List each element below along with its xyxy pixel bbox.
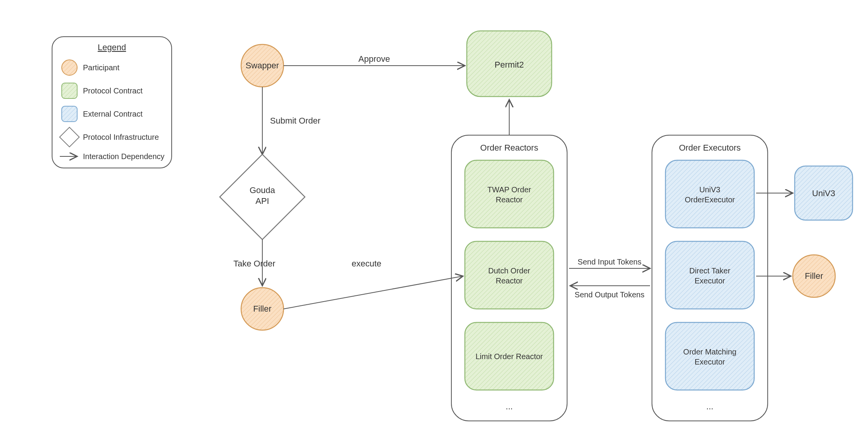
permit2-node: Permit2: [467, 31, 552, 97]
architecture-diagram: Legend Participant Protocol Contract Ext…: [0, 0, 868, 446]
order-executors-group: Order Executors UniV3 OrderExecutor Dire…: [652, 135, 768, 421]
svg-text:Direct Taker: Direct Taker: [689, 266, 731, 275]
execute-edge: [284, 276, 463, 309]
legend-title: Legend: [98, 42, 126, 52]
matching-executor-node: [665, 322, 754, 390]
univ3-executor-node: [665, 160, 754, 228]
send-output-label: Send Output Tokens: [575, 290, 645, 299]
svg-rect-6: [52, 37, 172, 168]
executors-ellipsis: ...: [706, 402, 713, 411]
svg-text:Executor: Executor: [695, 276, 725, 285]
svg-text:Reactor: Reactor: [496, 195, 523, 204]
legend-external-label: External Contract: [83, 110, 143, 118]
filler2-node: Filler: [793, 255, 835, 297]
legend-arrow-label: Interaction Dependency: [83, 152, 164, 161]
svg-text:Swapper: Swapper: [246, 61, 279, 70]
order-reactors-group: Order Reactors TWAP Order Reactor Dutch …: [451, 135, 567, 421]
svg-text:Filler: Filler: [253, 304, 272, 314]
svg-text:Permit2: Permit2: [495, 60, 524, 70]
legend-participant-label: Participant: [83, 63, 120, 72]
twap-reactor-node: [465, 160, 554, 228]
svg-text:UniV3: UniV3: [812, 188, 835, 198]
approve-label: Approve: [358, 54, 390, 64]
svg-text:TWAP Order: TWAP Order: [487, 185, 531, 194]
svg-text:OrderExecutor: OrderExecutor: [685, 195, 735, 204]
svg-text:Reactor: Reactor: [496, 276, 523, 285]
order-reactors-title: Order Reactors: [480, 143, 538, 153]
svg-text:Gouda: Gouda: [250, 185, 275, 195]
legend-protocol-icon: [62, 83, 77, 98]
legend-protocol-label: Protocol Contract: [83, 86, 143, 95]
take-order-label: Take Order: [233, 259, 275, 268]
gouda-api-node: Gouda API: [220, 154, 305, 240]
univ3-node: UniV3: [795, 166, 853, 220]
legend-participant-icon: [62, 60, 77, 75]
svg-text:Filler: Filler: [805, 271, 823, 281]
execute-label: execute: [351, 259, 381, 268]
dutch-reactor-node: [465, 241, 554, 309]
reactors-ellipsis: ...: [506, 402, 513, 411]
svg-text:Dutch Order: Dutch Order: [488, 266, 530, 275]
svg-text:Order Matching: Order Matching: [683, 348, 736, 356]
order-executors-title: Order Executors: [679, 143, 741, 153]
filler-node: Filler: [241, 288, 284, 330]
svg-text:API: API: [255, 196, 269, 206]
legend-box: Legend Participant Protocol Contract Ext…: [52, 37, 172, 168]
direct-taker-executor-node: [665, 241, 754, 309]
svg-text:Limit Order Reactor: Limit Order Reactor: [476, 352, 543, 361]
svg-text:Executor: Executor: [695, 358, 725, 366]
submit-order-label: Submit Order: [270, 116, 321, 125]
send-input-label: Send Input Tokens: [578, 258, 641, 266]
svg-text:UniV3: UniV3: [699, 185, 720, 194]
legend-external-icon: [62, 106, 77, 122]
legend-infra-label: Protocol Infrastructure: [83, 133, 159, 141]
swapper-node: Swapper: [241, 44, 284, 87]
